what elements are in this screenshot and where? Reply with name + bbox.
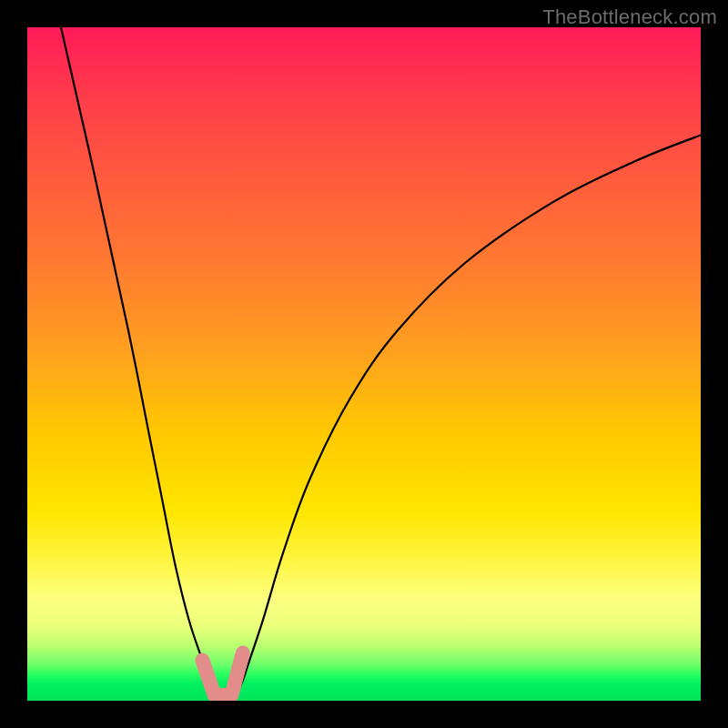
- bottleneck-curve: [61, 27, 701, 701]
- curve-layer: [27, 27, 701, 701]
- watermark-text: TheBottleneck.com: [542, 5, 717, 29]
- chart-frame: TheBottleneck.com: [0, 0, 728, 728]
- valley-marker: [202, 653, 242, 695]
